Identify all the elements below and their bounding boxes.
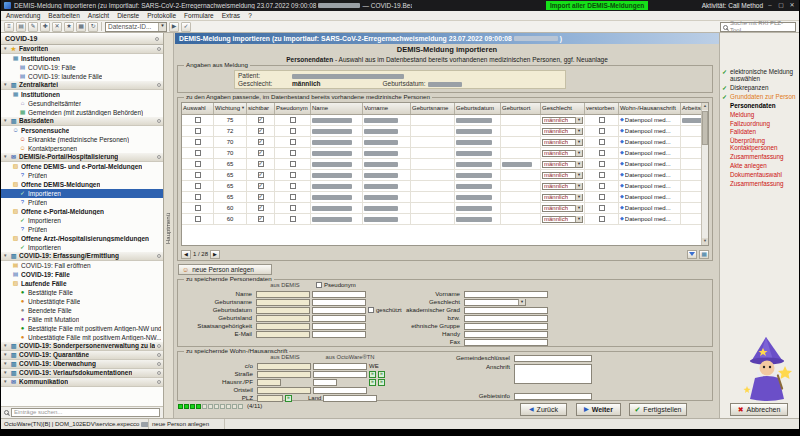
record-list-icon[interactable]: ▤ — [16, 22, 26, 32]
geschlecht-cell[interactable]: männlich — [541, 203, 585, 213]
sidebar-item-covid-19-sonderpersonenverwaltung-zu-laufenden-b[interactable]: ▥COVID-19: Sonderpersonenverwaltung zu l… — [1, 342, 163, 351]
checkbox[interactable] — [195, 194, 201, 200]
sichtbar-cell[interactable] — [247, 170, 275, 180]
wizard-step-elektronische-meldung-auswählen[interactable]: ✓elektronische Meldung auswählen — [720, 68, 799, 84]
next-button[interactable]: Weiter — [576, 403, 621, 416]
checkbox[interactable] — [195, 150, 201, 156]
input-staatsangehörigkeit-demis[interactable] — [256, 323, 310, 330]
copy-value-icon[interactable] — [378, 379, 385, 386]
sidebar-item-offene-e-portal-meldungen[interactable]: ▧Offene e-Portal-Meldungen — [1, 207, 163, 216]
scroll-up-icon[interactable] — [702, 103, 708, 110]
column-header-pseudonym[interactable]: Pseudonym — [275, 103, 311, 114]
column-header-wohn-hausanschrift[interactable]: Wohn-/Hausanschrift — [619, 103, 681, 114]
match-row[interactable]: 65männlich◆Datenpool med... — [182, 159, 708, 170]
pin-icon[interactable] — [155, 37, 159, 41]
checkbox[interactable] — [195, 172, 201, 178]
match-row[interactable]: 60männlich◆Datenpool med... — [182, 214, 708, 225]
input-geburtsland-demis[interactable] — [256, 315, 310, 322]
sidebar-item-bestätigte-fälle[interactable]: ●Bestätigte Fälle — [1, 288, 163, 297]
sichtbar-cell[interactable] — [247, 126, 275, 136]
sidebar-item-bestätigte-fälle-mit-positivem-antigen-nw-und-pcr[interactable]: ●Bestätigte Fälle mit positivem Antigen-… — [1, 324, 163, 333]
geschlecht-combo[interactable]: männlich — [542, 128, 583, 135]
input-ethnische-gruppe[interactable] — [464, 323, 548, 330]
verstorben-cell[interactable] — [585, 203, 619, 213]
column-header-verstorben[interactable]: verstorben — [585, 103, 619, 114]
geschlecht-cell[interactable]: männlich — [541, 181, 585, 191]
verstorben-cell[interactable] — [585, 148, 619, 158]
wizard-step-diskrepanzen[interactable]: ✓Diskrepanzen — [720, 84, 799, 93]
sidebar-item-fälle-mit-mutation[interactable]: ●Fälle mit Mutation — [1, 315, 163, 324]
refresh-icon[interactable]: ↻ — [88, 22, 98, 32]
geschlecht-cell[interactable]: männlich — [541, 214, 585, 224]
checkbox[interactable] — [195, 128, 201, 134]
menu-icon[interactable]: ≡ — [4, 22, 14, 32]
pseudonym-cell[interactable] — [275, 137, 311, 147]
input-geburtsname-demis[interactable] — [256, 299, 310, 306]
match-row[interactable]: 65männlich◆Datenpool med... — [182, 181, 708, 192]
pseudonym-cell[interactable] — [275, 214, 311, 224]
checkbox[interactable] — [290, 150, 296, 156]
wizard-step-falldaten[interactable]: Falldaten — [720, 128, 799, 137]
auswahl-cell[interactable] — [182, 192, 214, 202]
input-geburtsname-octoware[interactable] — [312, 299, 366, 306]
match-row[interactable]: 65männlich◆Datenpool med... — [182, 192, 708, 203]
checkbox[interactable] — [290, 183, 296, 189]
checkbox[interactable] — [290, 117, 296, 123]
verstorben-cell[interactable] — [585, 159, 619, 169]
edit-icon[interactable]: ✎ — [28, 22, 38, 32]
copy-value-icon[interactable] — [378, 371, 385, 378]
auswahl-cell[interactable] — [182, 126, 214, 136]
input-name-octoware[interactable] — [312, 291, 366, 298]
match-row[interactable]: 60männlich◆Datenpool med... — [182, 203, 708, 214]
auswahl-cell[interactable] — [182, 115, 214, 125]
checkbox-checked[interactable] — [258, 161, 264, 167]
wizard-step-zusammenfassung[interactable]: Zusammenfassung — [720, 153, 799, 162]
checkbox[interactable] — [195, 139, 201, 145]
input-handy[interactable] — [464, 331, 548, 338]
sidebar-item-offene-demis-meldungen[interactable]: ▧Offene DEMIS-Meldungen — [1, 180, 163, 189]
verstorben-cell[interactable] — [585, 214, 619, 224]
table-icon[interactable]: ▦ — [76, 22, 86, 32]
filter-button[interactable] — [687, 250, 697, 259]
menu-ansicht[interactable]: Ansicht — [84, 11, 113, 20]
checkbox[interactable] — [599, 216, 605, 222]
auswahl-cell[interactable] — [182, 137, 214, 147]
checkbox-checked[interactable] — [258, 150, 264, 156]
sidebar-item-covid-19-fälle[interactable]: ▤COVID-19: Fälle — [1, 270, 163, 279]
add-icon[interactable]: ✚ — [40, 22, 50, 32]
sidebar-item-prüfen[interactable]: ?Prüfen — [1, 198, 163, 207]
sidebar-item-prüfen[interactable]: ?Prüfen — [1, 171, 163, 180]
checkbox[interactable] — [599, 194, 605, 200]
checkbox[interactable] — [195, 117, 201, 123]
sidebar-item-covid-19-fälle[interactable]: ▤COVID-19: Fälle — [1, 63, 163, 72]
wizard-step-personendaten[interactable]: Personendaten — [720, 102, 799, 111]
copy-value-icon[interactable] — [285, 395, 292, 402]
sidebar-item-institutionen[interactable]: ▦Institutionen — [1, 54, 163, 63]
verstorben-cell[interactable] — [585, 181, 619, 191]
auswahl-cell[interactable] — [182, 170, 214, 180]
geschlecht-cell[interactable]: männlich — [541, 170, 585, 180]
sidebar-item-unbestätigte-fälle[interactable]: ●Unbestätigte Fälle — [1, 297, 163, 306]
finish-button[interactable]: Fertigstellen — [629, 403, 687, 416]
geschlecht-combo[interactable]: männlich — [542, 139, 583, 146]
pseudonym-cell[interactable] — [275, 126, 311, 136]
pseudonym-checkbox[interactable] — [316, 282, 322, 288]
checkbox[interactable] — [195, 216, 201, 222]
sidebar-item-covid-19-fall-eröffnen[interactable]: ▤COVID-19: Fall eröffnen — [1, 261, 163, 270]
checkbox-checked[interactable] — [258, 172, 264, 178]
column-header-name[interactable]: Name — [311, 103, 363, 114]
wizard-step-überprüfung-kontaktpersonen[interactable]: Überprüfung Kontaktpersonen — [720, 137, 799, 153]
menu-[interactable]: ? — [244, 11, 256, 20]
geschlecht-combo[interactable]: männlich — [542, 172, 583, 179]
pseudonym-cell[interactable] — [275, 159, 311, 169]
checkbox[interactable] — [290, 205, 296, 211]
column-header-geburtsname[interactable]: Geburtsname — [411, 103, 455, 114]
auswahl-cell[interactable] — [182, 148, 214, 158]
verstorben-cell[interactable] — [585, 192, 619, 202]
hausnr-demis-input[interactable] — [257, 379, 281, 386]
match-row[interactable]: 70männlich◆Datenpool med... — [182, 148, 708, 159]
geschlecht-combo[interactable]: männlich — [542, 183, 583, 190]
checkbox[interactable] — [599, 161, 605, 167]
back-button[interactable]: Zurück — [520, 403, 567, 416]
grid-view-button[interactable] — [699, 250, 709, 259]
